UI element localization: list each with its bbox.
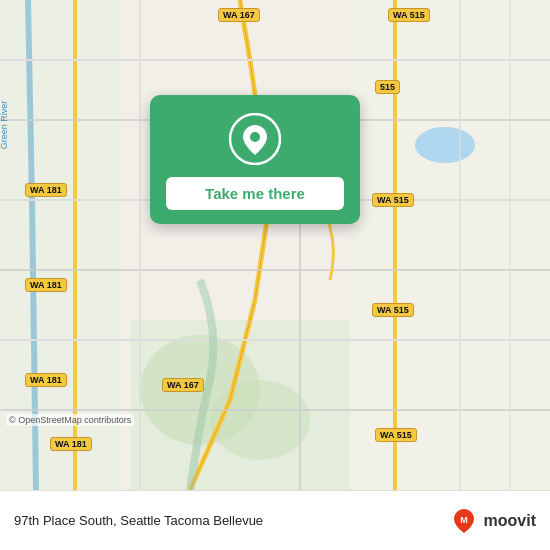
moovit-text: moovit xyxy=(484,512,536,530)
address-label: 97th Place South, Seattle Tacoma Bellevu… xyxy=(14,513,263,528)
bottom-bar: 97th Place South, Seattle Tacoma Bellevu… xyxy=(0,490,550,550)
svg-rect-2 xyxy=(350,0,550,490)
road-badge-wa167-top: WA 167 xyxy=(218,8,260,22)
location-pin-icon xyxy=(229,113,281,165)
svg-text:M: M xyxy=(460,515,468,525)
road-badge-wa181-4: WA 181 xyxy=(50,437,92,451)
moovit-logo: M moovit xyxy=(450,507,536,535)
road-badge-wa181-1: WA 181 xyxy=(25,183,67,197)
road-badge-wa181-3: WA 181 xyxy=(25,373,67,387)
moovit-logo-icon: M xyxy=(450,507,478,535)
svg-point-5 xyxy=(210,380,310,460)
svg-point-6 xyxy=(415,127,475,163)
road-badge-wa181-2: WA 181 xyxy=(25,278,67,292)
location-card: Take me there xyxy=(150,95,360,224)
map-view: WA 167 WA 515 515 WA 167 WA 181 WA 515 W… xyxy=(0,0,550,490)
map-attribution: © OpenStreetMap contributors xyxy=(6,414,134,426)
road-badge-wa167-bot: WA 167 xyxy=(162,378,204,392)
river-label: Green River xyxy=(0,101,9,150)
road-badge-wa515-top: WA 515 xyxy=(388,8,430,22)
road-badge-wa515-mid2: WA 515 xyxy=(372,193,414,207)
take-me-there-button[interactable]: Take me there xyxy=(166,177,344,210)
road-badge-wa515-mid3: WA 515 xyxy=(372,303,414,317)
road-badge-wa515-bot: WA 515 xyxy=(375,428,417,442)
svg-point-18 xyxy=(250,132,260,142)
road-badge-515-mid: 515 xyxy=(375,80,400,94)
